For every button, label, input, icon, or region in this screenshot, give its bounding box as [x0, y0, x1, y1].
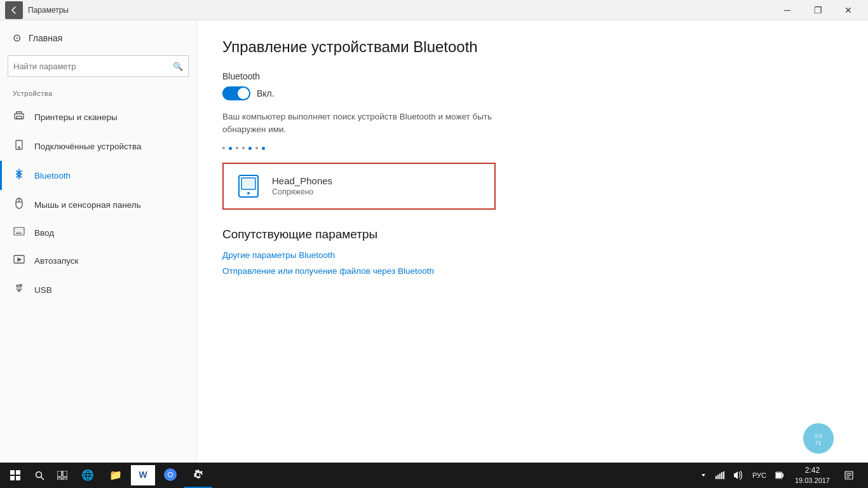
notification-arrow[interactable]	[697, 463, 710, 488]
svg-text:🌐: 🌐	[81, 469, 94, 481]
taskbar-app-chrome[interactable]	[156, 463, 184, 488]
bluetooth-icon	[13, 168, 25, 182]
taskbar-app-settings[interactable]	[184, 463, 212, 488]
sidebar-item-mouse[interactable]: Мышь и сенсорная панель	[0, 190, 196, 219]
usb-icon	[13, 283, 25, 297]
dot-5	[248, 147, 252, 150]
device-card[interactable]: Head_Phones Сопряжено	[222, 163, 496, 210]
related-link-1[interactable]: Другие параметры Bluetooth	[222, 250, 843, 260]
dot-3	[236, 147, 238, 149]
dot-7	[262, 147, 265, 150]
svg-point-33	[36, 471, 41, 477]
taskbar-apps: 🌐 📁 W	[74, 463, 697, 488]
clock-time: 2:42	[805, 466, 820, 476]
maximize-button[interactable]: ❐	[803, 1, 832, 19]
title-bar: Параметры ─ ❐ ✕	[0, 0, 868, 20]
svg-rect-37	[57, 478, 62, 480]
battery-icon[interactable]	[772, 463, 787, 488]
dot-2	[229, 147, 232, 150]
related-title: Сопутствующие параметры	[222, 227, 843, 241]
connected-icon	[13, 139, 25, 153]
svg-text:ГБ: ГБ	[815, 440, 822, 446]
taskbar-app-word[interactable]: W	[131, 465, 155, 485]
keyboard-layout-icon[interactable]: РУС	[749, 463, 770, 488]
printers-icon	[13, 110, 25, 124]
dot-4	[242, 147, 245, 149]
sidebar-item-autorun[interactable]: Автозапуск	[0, 246, 196, 275]
keyboard-icon	[13, 227, 25, 238]
volume-icon[interactable]	[730, 463, 747, 488]
svg-rect-1	[17, 116, 22, 119]
usb-label: USB	[34, 285, 52, 295]
device-name: Head_Phones	[272, 175, 332, 186]
svg-rect-44	[715, 476, 717, 479]
window-title: Параметры	[28, 6, 773, 15]
sidebar-home[interactable]: ⊙ Главная	[0, 20, 196, 55]
sidebar-item-bluetooth[interactable]: Bluetooth	[0, 161, 196, 190]
svg-rect-46	[719, 473, 721, 479]
home-label: Главная	[29, 33, 62, 43]
svg-line-34	[41, 477, 44, 480]
svg-text:9,9: 9,9	[815, 433, 822, 439]
svg-rect-30	[16, 470, 20, 475]
search-box[interactable]: 🔍	[8, 55, 189, 77]
toggle-row: Вкл.	[222, 86, 843, 100]
toggle-state-label: Вкл.	[257, 88, 275, 98]
start-button[interactable]	[3, 463, 28, 488]
taskbar-search-button[interactable]	[28, 463, 51, 488]
related-link-2[interactable]: Отправление или получение файлов через B…	[222, 266, 843, 276]
svg-rect-36	[63, 471, 67, 477]
autorun-icon	[13, 254, 25, 268]
minimize-button[interactable]: ─	[773, 1, 802, 19]
searching-text: Ваш компьютер выполняет поиск устройств …	[222, 111, 502, 137]
svg-point-25	[247, 192, 250, 194]
network-icon[interactable]	[712, 463, 728, 488]
mouse-label: Мышь и сенсорная панель	[34, 200, 141, 210]
back-button[interactable]	[5, 1, 23, 19]
autorun-label: Автозапуск	[34, 256, 79, 266]
device-status: Сопряжено	[272, 187, 332, 196]
svg-point-43	[168, 473, 172, 477]
dot-6	[255, 147, 258, 149]
connected-label: Подключённые устройства	[34, 142, 142, 151]
search-icon: 🔍	[173, 62, 183, 71]
task-view-button[interactable]	[51, 463, 74, 488]
section-title: Устройства	[0, 87, 196, 102]
printers-label: Принтеры и сканеры	[34, 112, 118, 122]
search-input[interactable]	[13, 62, 173, 71]
device-info: Head_Phones Сопряжено	[272, 175, 332, 196]
svg-rect-50	[782, 474, 783, 477]
svg-rect-32	[16, 476, 20, 480]
svg-rect-45	[717, 475, 719, 479]
svg-text:📁: 📁	[109, 469, 122, 481]
sidebar-item-connected[interactable]: Подключённые устройства	[0, 132, 196, 161]
svg-rect-29	[10, 470, 15, 475]
svg-rect-24	[241, 178, 255, 189]
svg-rect-48	[723, 471, 724, 479]
input-label: Ввод	[34, 228, 54, 238]
bluetooth-toggle[interactable]	[222, 86, 250, 100]
sidebar-item-printers[interactable]: Принтеры и сканеры	[0, 102, 196, 132]
clock[interactable]: 2:42 19.03.2017	[790, 466, 835, 485]
bluetooth-section-label: Bluetooth	[222, 71, 843, 81]
svg-rect-35	[57, 471, 62, 477]
taskbar-app-edge[interactable]: 🌐	[74, 463, 102, 488]
sidebar-item-usb[interactable]: USB	[0, 275, 196, 304]
device-icon	[235, 173, 262, 200]
taskbar: 🌐 📁 W	[0, 463, 868, 488]
sidebar-item-input[interactable]: Ввод	[0, 219, 196, 246]
sidebar: ⊙ Главная 🔍 Устройства Принтеры и сканер…	[0, 20, 197, 463]
svg-rect-21	[17, 285, 18, 286]
lang-label: РУС	[752, 471, 766, 479]
close-button[interactable]: ✕	[834, 1, 863, 19]
searching-animation	[222, 147, 843, 150]
taskbar-right: РУС 2:42 19.03.2017	[697, 463, 865, 488]
svg-rect-47	[721, 472, 722, 479]
page-title: Управление устройствами Bluetooth	[222, 38, 843, 56]
taskbar-app-explorer[interactable]: 📁	[102, 463, 130, 488]
notification-center-button[interactable]	[837, 463, 860, 488]
bluetooth-label: Bluetooth	[34, 171, 71, 180]
mouse-icon	[13, 198, 25, 212]
window-controls: ─ ❐ ✕	[773, 1, 863, 19]
content-area: Управление устройствами Bluetooth Blueto…	[197, 20, 868, 463]
